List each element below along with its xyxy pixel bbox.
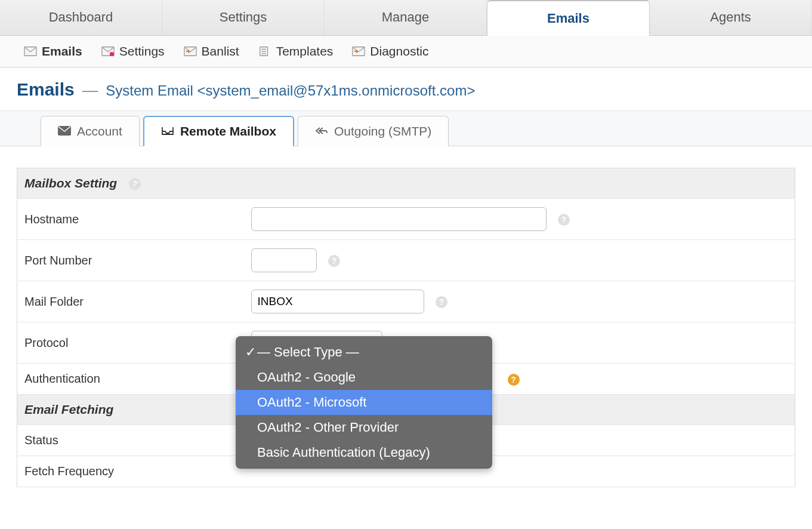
subnav-templates[interactable]: Templates — [258, 44, 334, 59]
reply-all-icon — [315, 124, 328, 139]
check-icon: ✓ — [245, 345, 257, 360]
auth-option-oauth2-other[interactable]: OAuth2 - Other Provider — [236, 415, 492, 440]
auth-option-basic-legacy[interactable]: Basic Authentication (Legacy) — [236, 440, 492, 465]
option-label: OAuth2 - Google — [257, 370, 356, 385]
svg-rect-9 — [58, 126, 71, 136]
subnav-label: Banlist — [202, 44, 239, 59]
tab-outgoing-smtp[interactable]: Outgoing (SMTP) — [298, 116, 449, 146]
tab-agents[interactable]: Agents — [650, 0, 812, 35]
envelope-arrow-icon — [352, 46, 365, 57]
sub-nav: Emails Settings Banlist Templates Diagno… — [0, 36, 812, 67]
tab-account[interactable]: Account — [41, 116, 140, 146]
port-input[interactable] — [251, 248, 317, 272]
help-icon[interactable]: ? — [328, 255, 340, 267]
form-tab-label: Remote Mailbox — [180, 124, 276, 139]
auth-option-oauth2-microsoft[interactable]: OAuth2 - Microsoft — [236, 390, 492, 415]
label-mail-folder: Mail Folder — [17, 281, 244, 322]
top-nav: Dashboard Settings Manage Emails Agents — [0, 0, 812, 36]
auth-option-select-type[interactable]: ✓ — Select Type — — [236, 340, 492, 365]
authentication-dropdown[interactable]: ✓ — Select Type — OAuth2 - Google OAuth2… — [236, 336, 492, 469]
label-fetch-frequency: Fetch Frequency — [17, 456, 244, 487]
page-heading: Emails — System Email <system_email@57x1… — [0, 67, 812, 110]
tab-settings[interactable]: Settings — [162, 0, 325, 35]
auth-option-oauth2-google[interactable]: OAuth2 - Google — [236, 365, 492, 390]
label-protocol: Protocol — [17, 322, 244, 364]
option-label: Basic Authentication (Legacy) — [257, 445, 430, 460]
section-title: Mailbox Setting — [24, 176, 117, 190]
label-port: Port Number — [17, 240, 244, 281]
row-mail-folder: Mail Folder ? — [17, 281, 795, 322]
option-label: OAuth2 - Microsoft — [257, 395, 366, 410]
subnav-settings[interactable]: Settings — [101, 44, 165, 59]
tab-dashboard[interactable]: Dashboard — [0, 0, 162, 35]
section-title: Email Fetching — [24, 402, 113, 416]
row-port: Port Number ? — [17, 240, 795, 281]
page-subtitle: System Email <system_email@57x1ms.onmicr… — [106, 82, 475, 99]
help-icon[interactable]: ? — [508, 374, 520, 386]
form-tabs: Account Remote Mailbox Outgoing (SMTP) — [0, 110, 812, 146]
subnav-label: Settings — [119, 44, 165, 59]
form-tab-label: Account — [77, 124, 122, 139]
svg-point-2 — [109, 52, 113, 56]
option-label: OAuth2 - Other Provider — [257, 420, 399, 435]
hostname-input[interactable] — [251, 207, 547, 231]
heading-separator: — — [82, 81, 98, 99]
section-mailbox-setting: Mailbox Setting ? — [17, 168, 795, 199]
subnav-label: Emails — [42, 44, 82, 59]
inbox-icon — [161, 124, 174, 139]
label-status: Status — [17, 425, 244, 456]
subnav-label: Diagnostic — [370, 44, 428, 59]
form-tab-label: Outgoing (SMTP) — [334, 124, 431, 139]
row-hostname: Hostname ? — [17, 199, 795, 240]
page-title: Emails — [17, 79, 75, 99]
subnav-banlist[interactable]: Banlist — [184, 44, 239, 59]
tab-manage[interactable]: Manage — [325, 0, 487, 35]
help-icon[interactable]: ? — [558, 214, 570, 226]
option-label: — Select Type — — [257, 345, 359, 360]
subnav-emails[interactable]: Emails — [24, 44, 82, 59]
envelope-icon — [24, 46, 37, 57]
envelope-arrow-icon — [184, 46, 197, 57]
subnav-label: Templates — [276, 44, 334, 59]
label-hostname: Hostname — [17, 199, 244, 240]
help-icon[interactable]: ? — [129, 178, 141, 190]
envelope-gear-icon — [101, 46, 115, 57]
document-icon — [258, 46, 271, 57]
mail-folder-input[interactable] — [251, 290, 424, 313]
help-icon[interactable]: ? — [436, 296, 447, 308]
envelope-solid-icon — [58, 124, 71, 139]
tab-remote-mailbox[interactable]: Remote Mailbox — [143, 116, 294, 146]
label-authentication: Authentication — [17, 364, 244, 395]
subnav-diagnostic[interactable]: Diagnostic — [352, 44, 428, 59]
form-body: Mailbox Setting ? Hostname ? Port Number… — [0, 146, 812, 487]
tab-emails[interactable]: Emails — [487, 0, 650, 36]
